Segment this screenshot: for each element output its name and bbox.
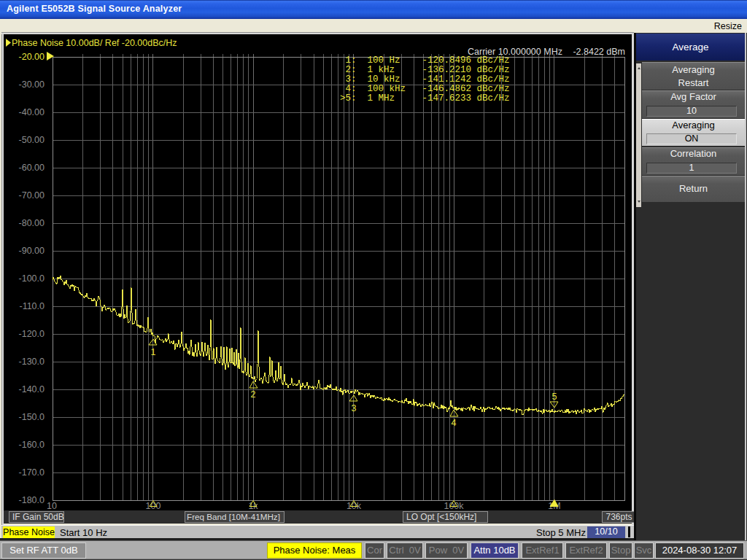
svg-text:-30.00: -30.00 [19,79,44,90]
svg-text:-180.0: -180.0 [19,495,44,505]
svg-text:-150.0: -150.0 [19,412,44,422]
svg-text:2: 2 [251,389,256,400]
svg-text:-20.00: -20.00 [19,52,44,62]
svg-text:3: 3 [352,403,357,413]
svg-text:10: 10 [47,501,57,511]
svg-text:-110.0: -110.0 [19,301,44,311]
svg-text:-170.0: -170.0 [19,467,44,478]
svg-text:-160.0: -160.0 [19,440,44,450]
svg-text:-50.00: -50.00 [19,135,44,145]
svg-text:-120.0: -120.0 [19,329,44,339]
svg-text:-40.00: -40.00 [19,107,44,117]
svg-text:-90.00: -90.00 [19,246,44,256]
svg-text:1: 1 [151,347,156,357]
svg-text:-100.0: -100.0 [19,273,44,284]
svg-text:-130.0: -130.0 [19,357,44,367]
svg-text:-2.8422 dBm: -2.8422 dBm [573,47,625,57]
svg-text:-70.00: -70.00 [19,190,44,201]
svg-text:5: 5 [552,392,557,402]
svg-text:4: 4 [452,418,457,428]
svg-text:Phase Noise 10.00dB/ Ref -20.0: Phase Noise 10.00dB/ Ref -20.00dBc/Hz [12,38,177,48]
svg-text:-60.00: -60.00 [19,163,44,173]
svg-text:-80.00: -80.00 [19,218,44,228]
svg-text:-140.0: -140.0 [19,384,44,394]
